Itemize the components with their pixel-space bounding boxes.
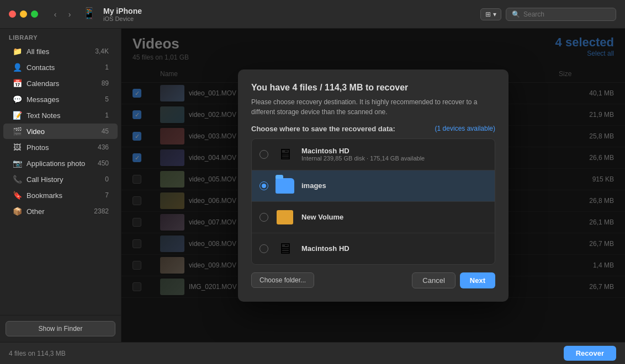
folder-icon xyxy=(275,176,295,196)
main-layout: Library 📁 All files 3,4K 👤 Contacts 1 📅 … xyxy=(0,29,625,342)
search-bar: 🔍 xyxy=(506,8,616,21)
dest-radio-macintosh-hd-bottom[interactable] xyxy=(259,244,268,253)
next-button[interactable]: Next xyxy=(460,272,495,288)
dest-radio-images[interactable] xyxy=(259,181,268,190)
dest-name-macintosh-hd-top: Macintosh HD xyxy=(301,147,487,155)
minimize-button[interactable] xyxy=(20,10,27,18)
recover-button[interactable]: Recover xyxy=(564,346,616,361)
sidebar-count-other: 2382 xyxy=(94,207,109,215)
sidebar-count-all-files: 3,4K xyxy=(95,47,109,55)
sidebar-item-text-notes[interactable]: 📝 Text Notes 1 xyxy=(3,108,118,123)
fullscreen-button[interactable] xyxy=(31,10,38,18)
view-toggle[interactable]: ⊞ ▾ xyxy=(480,8,501,20)
hd-icon: 🖥 xyxy=(275,144,295,164)
dest-radio-macintosh-hd-top[interactable] xyxy=(259,150,268,159)
sidebar-item-other[interactable]: 📦 Other 2382 xyxy=(3,204,118,219)
library-label: Library xyxy=(0,29,121,43)
sidebar-label-calendars: Calendars xyxy=(27,79,102,88)
sidebar-label-other: Other xyxy=(27,207,94,216)
sidebar-label-video: Video xyxy=(27,127,102,136)
destination-list: 🖥 Macintosh HD Internal 239,85 GB disk ·… xyxy=(251,138,495,265)
back-button[interactable]: ‹ xyxy=(49,8,61,20)
search-icon: 🔍 xyxy=(512,10,520,18)
sidebar-item-calendars[interactable]: 📅 Calendars 89 xyxy=(3,76,118,91)
sidebar-label-bookmarks: Bookmarks xyxy=(27,191,105,200)
cancel-button[interactable]: Cancel xyxy=(412,272,455,288)
sidebar-count-call-history: 0 xyxy=(105,175,109,183)
modal: You have 4 files / 114,3 MB to recover P… xyxy=(238,69,509,302)
sidebar-icon-all-files: 📁 xyxy=(12,46,22,56)
dest-info-new-volume: New Volume xyxy=(301,213,487,221)
destination-item-macintosh-hd-bottom[interactable]: 🖥 Macintosh HD xyxy=(252,233,495,264)
choose-folder-button[interactable]: Choose folder... xyxy=(251,272,314,288)
sidebar-count-video: 45 xyxy=(102,127,109,135)
modal-actions: Choose folder... Cancel Next xyxy=(251,272,495,288)
search-input[interactable] xyxy=(523,10,610,18)
dest-info-macintosh-hd-bottom: Macintosh HD xyxy=(301,244,487,253)
sidebar-icon-contacts: 👤 xyxy=(12,62,22,72)
sidebar-label-applications-photo: Applications photo xyxy=(27,159,98,168)
dest-radio-new-volume[interactable] xyxy=(259,213,268,222)
dest-sub-macintosh-hd-top: Internal 239,85 GB disk · 175,14 GB avai… xyxy=(301,155,487,162)
sidebar-count-messages: 5 xyxy=(105,95,109,103)
sidebar-icon-text-notes: 📝 xyxy=(12,110,22,120)
modal-overlay: You have 4 files / 114,3 MB to recover P… xyxy=(121,29,625,342)
header-right: ⊞ ▾ 🔍 xyxy=(480,8,616,21)
dest-name-new-volume: New Volume xyxy=(301,213,487,221)
sidebar-icon-messages: 💬 xyxy=(12,94,22,104)
grid-icon: ⊞ xyxy=(485,10,491,18)
modal-title: You have 4 files / 114,3 MB to recover xyxy=(251,83,495,93)
sidebar-icon-photos: 🖼 xyxy=(12,142,22,152)
content-area: Videos 45 files on 1,01 GB 4 selected Se… xyxy=(121,29,625,342)
sidebar-footer: Show in Finder xyxy=(0,315,121,342)
sidebar-count-bookmarks: 7 xyxy=(105,191,109,199)
modal-right-buttons: Cancel Next xyxy=(412,272,495,288)
modal-choose-text: Choose where to save the recovered data: xyxy=(251,125,395,133)
device-icon: 📱 xyxy=(82,7,98,22)
dest-info-images: images xyxy=(301,181,487,190)
destination-item-new-volume[interactable]: New Volume xyxy=(252,202,495,233)
bottom-bar: 4 files on 114,3 MB Recover xyxy=(0,342,625,364)
destination-item-images[interactable]: images xyxy=(252,170,495,202)
device-name: My iPhone xyxy=(103,7,480,15)
sidebar-label-text-notes: Text Notes xyxy=(27,111,105,120)
sidebar-count-applications-photo: 450 xyxy=(98,159,109,167)
modal-description: Please choose recovery destination. It i… xyxy=(251,97,495,117)
sidebar-item-messages[interactable]: 💬 Messages 5 xyxy=(3,92,118,107)
chevron-down-icon: ▾ xyxy=(493,10,496,18)
sidebar-icon-calendars: 📅 xyxy=(12,78,22,88)
sidebar-item-call-history[interactable]: 📞 Call History 0 xyxy=(3,172,118,187)
dest-name-macintosh-hd-bottom: Macintosh HD xyxy=(301,244,487,253)
volume-icon xyxy=(275,207,295,227)
sidebar-count-photos: 436 xyxy=(98,143,109,151)
sidebar-item-video[interactable]: 🎬 Video 45 xyxy=(3,124,118,139)
device-type: iOS Device xyxy=(103,15,480,22)
show-in-finder-button[interactable]: Show in Finder xyxy=(6,321,115,336)
dest-info-macintosh-hd-top: Macintosh HD Internal 239,85 GB disk · 1… xyxy=(301,147,487,162)
sidebar-label-call-history: Call History xyxy=(27,175,105,184)
sidebar-label-contacts: Contacts xyxy=(27,63,105,72)
sidebar-count-text-notes: 1 xyxy=(105,111,109,119)
sidebar-icon-other: 📦 xyxy=(12,206,22,216)
sidebar-icon-call-history: 📞 xyxy=(12,174,22,184)
sidebar-count-calendars: 89 xyxy=(102,79,109,87)
sidebar-icon-bookmarks: 🔖 xyxy=(12,190,22,200)
close-button[interactable] xyxy=(9,10,16,18)
modal-choose-label: Choose where to save the recovered data:… xyxy=(251,125,495,133)
dest-name-images: images xyxy=(301,181,487,190)
nav-arrows: ‹ › xyxy=(49,8,76,20)
sidebar-item-contacts[interactable]: 👤 Contacts 1 xyxy=(3,60,118,75)
sidebar-item-photos[interactable]: 🖼 Photos 436 xyxy=(3,140,118,155)
sidebar-item-bookmarks[interactable]: 🔖 Bookmarks 7 xyxy=(3,188,118,203)
titlebar: ‹ › 📱 My iPhone iOS Device ⊞ ▾ 🔍 xyxy=(0,0,625,29)
sidebar-label-messages: Messages xyxy=(27,95,105,104)
sidebar-icon-applications-photo: 📷 xyxy=(12,158,22,168)
modal-devices-available: (1 devices available) xyxy=(435,125,495,133)
hd-icon: 🖥 xyxy=(275,239,295,259)
destination-item-macintosh-hd-top[interactable]: 🖥 Macintosh HD Internal 239,85 GB disk ·… xyxy=(252,139,495,170)
sidebar-item-all-files[interactable]: 📁 All files 3,4K xyxy=(3,44,118,59)
traffic-lights xyxy=(9,10,38,18)
sidebar-item-applications-photo[interactable]: 📷 Applications photo 450 xyxy=(3,156,118,171)
sidebar-icon-video: 🎬 xyxy=(12,126,22,136)
forward-button[interactable]: › xyxy=(63,8,76,20)
